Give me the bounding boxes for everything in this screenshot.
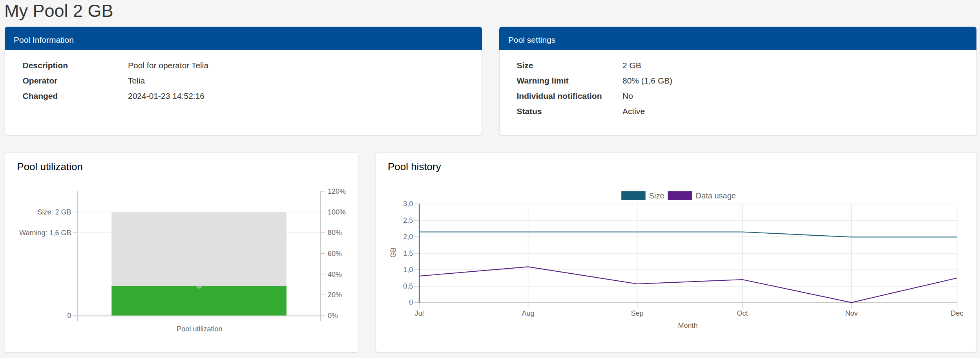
- svg-text:60%: 60%: [328, 250, 342, 258]
- svg-text:Dec: Dec: [951, 309, 964, 317]
- svg-text:20%: 20%: [328, 291, 342, 299]
- svg-text:Warning: 1,6 GB: Warning: 1,6 GB: [19, 229, 71, 237]
- svg-text:Oct: Oct: [737, 309, 748, 317]
- svg-text:Pool utilization: Pool utilization: [177, 325, 222, 333]
- svg-text:Nov: Nov: [845, 309, 858, 317]
- svg-text:Month: Month: [678, 322, 698, 329]
- svg-text:GB: GB: [389, 247, 397, 258]
- svg-text:40%: 40%: [328, 271, 342, 278]
- svg-text:120%: 120%: [328, 187, 346, 195]
- svg-text:80%: 80%: [328, 229, 342, 236]
- svg-text:3,0: 3,0: [403, 200, 413, 208]
- svg-text:0,5: 0,5: [403, 282, 413, 290]
- svg-text:Size: 2 GB: Size: 2 GB: [38, 208, 71, 216]
- svg-text:Data usage: Data usage: [696, 191, 736, 200]
- svg-text:1,0: 1,0: [403, 266, 413, 274]
- svg-text:Sep: Sep: [631, 309, 644, 317]
- svg-text:Aug: Aug: [522, 309, 535, 317]
- svg-text:0%: 0%: [328, 312, 338, 320]
- svg-text:Jul: Jul: [415, 309, 424, 317]
- svg-text:2,5: 2,5: [403, 216, 413, 224]
- svg-text:0: 0: [68, 312, 71, 320]
- svg-text:1,5: 1,5: [403, 249, 413, 257]
- svg-text:100%: 100%: [328, 208, 346, 216]
- svg-text:2,0: 2,0: [403, 233, 413, 241]
- svg-text:Size: Size: [649, 191, 664, 200]
- svg-text:0: 0: [409, 298, 413, 306]
